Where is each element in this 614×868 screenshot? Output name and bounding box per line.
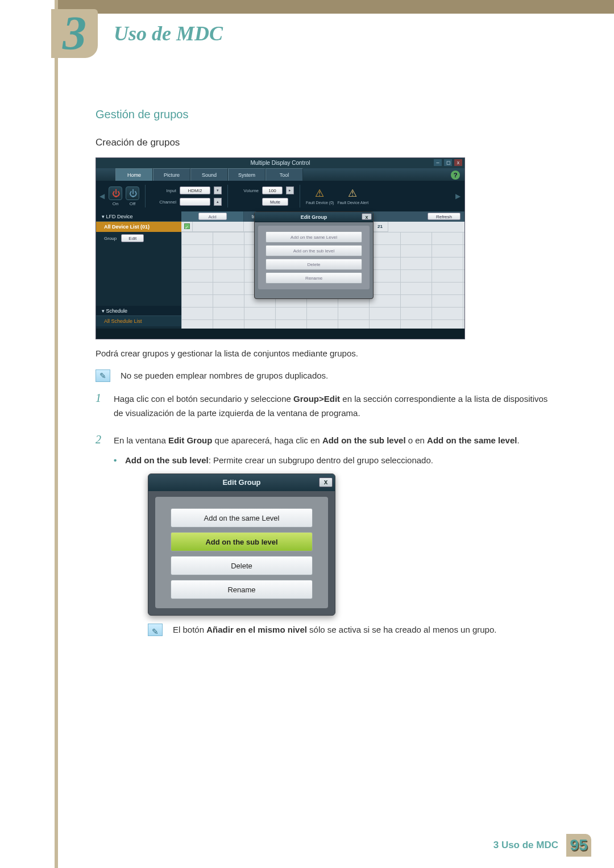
popup-add-same-level[interactable]: Add on the same Level xyxy=(265,231,362,243)
add-button[interactable]: Add xyxy=(198,213,227,220)
heading-2: Gestión de grupos xyxy=(96,108,550,121)
page-side-band xyxy=(55,0,58,868)
fault-device-alert[interactable]: Fault Device Alert xyxy=(337,188,368,205)
step-list: 1 Haga clic con el botón secundario y se… xyxy=(96,392,550,637)
all-device-list[interactable]: All Device List (01) xyxy=(96,222,181,232)
group-edit-button[interactable]: Edit xyxy=(121,234,144,242)
volume-label: Volume xyxy=(234,188,259,193)
text: que aparecerá, haga clic en xyxy=(212,435,322,445)
power-on-label: On xyxy=(113,201,119,206)
power-off-icon xyxy=(126,186,139,200)
row-num: 21 xyxy=(372,222,388,232)
page-number: 95 xyxy=(566,834,591,857)
mdc-app-screenshot: Multiple Display Control – ◻ x Home Pict… xyxy=(96,157,465,339)
dialog-delete[interactable]: Delete xyxy=(171,556,313,575)
dialog-close-button[interactable]: x xyxy=(319,477,333,487)
input-dropdown-icon[interactable]: ▾ xyxy=(214,186,222,194)
popup-add-sub-level[interactable]: Add on the sub level xyxy=(265,245,362,256)
page-top-band xyxy=(57,0,614,14)
mute-button[interactable]: Mute xyxy=(262,198,288,206)
help-icon[interactable]: ? xyxy=(451,171,460,180)
text: En la ventana xyxy=(114,435,168,445)
chapter-number: 3 xyxy=(51,9,98,58)
note-2-text: El botón Añadir en el mismo nivel sólo s… xyxy=(173,624,496,637)
step-1-body: Haga clic con el botón secundario y sele… xyxy=(114,392,550,421)
lfd-header[interactable]: LFD Device xyxy=(96,211,181,222)
group-row: Group Edit xyxy=(96,232,181,244)
app-title: Multiple Display Control xyxy=(250,160,310,166)
bold-text: Add on the same level xyxy=(427,435,517,445)
popup-close-button[interactable]: x xyxy=(362,213,372,220)
dialog-rename[interactable]: Rename xyxy=(171,580,313,599)
text: El botón xyxy=(173,625,206,634)
refresh-button[interactable]: Refresh xyxy=(428,213,460,220)
dialog-title: Edit Group x xyxy=(148,474,335,491)
content-area: Gestión de grupos Creación de grupos Mul… xyxy=(96,108,550,649)
fault-alert-label: Fault Device Alert xyxy=(337,201,368,205)
text: : Permite crear un subgrupo dentro del g… xyxy=(209,455,433,465)
power-on-icon xyxy=(109,186,122,200)
group-label: Group xyxy=(104,236,117,241)
tab-tool[interactable]: Tool xyxy=(265,168,303,181)
bold-text: Add on the sub level xyxy=(125,455,209,465)
bold-text: Add on the sub level xyxy=(322,435,406,445)
edit-group-popup: Edit Group x Add on the same Level Add o… xyxy=(254,211,374,299)
dialog-add-same-level[interactable]: Add on the same Level xyxy=(171,508,313,528)
note-2: El botón Añadir en el mismo nivel sólo s… xyxy=(148,624,520,637)
tab-sound[interactable]: Sound xyxy=(190,168,228,181)
heading-3: Creación de grupos xyxy=(96,137,550,148)
fault-device-count[interactable]: Fault Device (0) xyxy=(306,188,334,205)
bold-text: Añadir en el mismo nivel xyxy=(206,625,307,634)
left-panel: LFD Device All Device List (01) Group Ed… xyxy=(96,211,181,329)
all-schedule-list[interactable]: All Schedule List xyxy=(96,316,181,326)
add-column: Add xyxy=(181,211,244,222)
minimize-button[interactable]: – xyxy=(434,159,442,166)
volume-value[interactable]: 100 xyxy=(262,186,283,194)
tab-home[interactable]: Home xyxy=(115,168,153,181)
input-value[interactable]: HDMI2 xyxy=(180,186,210,194)
edit-group-dialog-screenshot: Edit Group x Add on the same Level Add o… xyxy=(148,474,335,616)
step-number: 2 xyxy=(96,433,106,637)
nav-left-icon[interactable]: ◀ xyxy=(99,192,105,200)
input-label: Input xyxy=(151,188,176,193)
nav-right-icon[interactable]: ▶ xyxy=(455,192,461,200)
note-1-text: No se pueden emplear nombres de grupos d… xyxy=(121,369,328,383)
tab-system[interactable]: System xyxy=(228,168,265,181)
row-id xyxy=(193,222,244,232)
window-controls: – ◻ x xyxy=(434,159,462,166)
power-on-block[interactable]: On xyxy=(109,186,122,206)
popup-body: Add on the same Level Add on the sub lev… xyxy=(258,226,370,289)
step-2-bullet: • Add on the sub level: Permite crear un… xyxy=(114,453,520,468)
intro-paragraph: Podrá crear grupos y gestionar la lista … xyxy=(96,347,550,359)
step-number: 1 xyxy=(96,392,106,421)
divider xyxy=(227,185,228,207)
bold-text: Edit Group xyxy=(168,435,213,445)
col-settings: Refresh xyxy=(372,211,464,222)
dialog-body: Add on the same Level Add on the sub lev… xyxy=(155,497,328,608)
fault-count-label: Fault Device (0) xyxy=(306,201,334,205)
note-icon xyxy=(96,369,110,382)
row-checkbox[interactable] xyxy=(184,223,190,229)
power-off-block[interactable]: Off xyxy=(126,186,139,206)
tab-picture[interactable]: Picture xyxy=(153,168,190,181)
dialog-add-sub-level[interactable]: Add on the sub level xyxy=(171,532,313,551)
popup-title: Edit Group x xyxy=(255,212,373,222)
channel-value[interactable] xyxy=(180,198,210,206)
popup-delete[interactable]: Delete xyxy=(265,259,362,270)
text: o en xyxy=(406,435,428,445)
channel-stepper-icon[interactable]: ▴ xyxy=(214,198,222,206)
bold-text: Group>Edit xyxy=(293,394,340,404)
note-1: No se pueden emplear nombres de grupos d… xyxy=(96,369,550,383)
warning-icon xyxy=(314,188,326,200)
popup-rename[interactable]: Rename xyxy=(265,272,362,284)
footer-text: 3 Uso de MDC xyxy=(493,840,558,851)
maximize-button[interactable]: ◻ xyxy=(444,159,452,166)
divider xyxy=(145,185,146,207)
volume-step-icon[interactable]: ▸ xyxy=(286,186,294,194)
dialog-title-text: Edit Group xyxy=(222,478,260,487)
close-button[interactable]: x xyxy=(454,159,462,166)
schedule-header[interactable]: Schedule xyxy=(96,306,181,316)
text: sólo se activa si se ha creado al menos … xyxy=(307,625,497,634)
text: . xyxy=(517,435,519,445)
divider xyxy=(300,185,300,207)
